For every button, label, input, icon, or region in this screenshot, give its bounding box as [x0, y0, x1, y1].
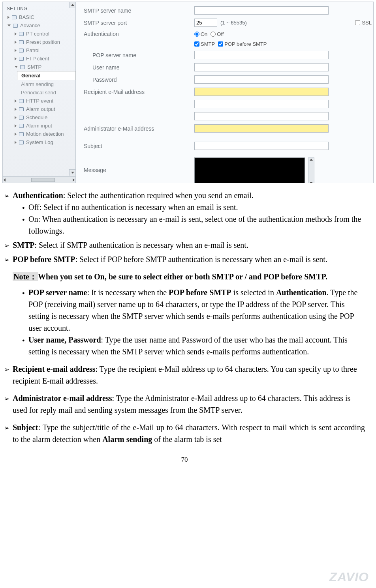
sidebar-label: Alarm input: [26, 123, 52, 129]
on-label: On: [201, 31, 207, 37]
caret-right-icon: [8, 16, 9, 19]
arrow-up-icon: [71, 4, 74, 6]
label-pop-server-name: POP server name: [84, 52, 194, 58]
bullet-admin: Administrator e-mail address: Type the A…: [4, 392, 365, 416]
recipient-input-3[interactable]: [194, 112, 329, 120]
recipient-input-2[interactable]: [194, 100, 329, 108]
sidebar-item-http[interactable]: HTTP event: [5, 97, 75, 105]
note-body: When you set to On, be sure to select ei…: [38, 272, 327, 281]
sidebar-item-preset[interactable]: Preset position: [5, 38, 75, 46]
folder-icon: [19, 99, 24, 103]
auth-off-wrap[interactable]: Off: [211, 31, 224, 37]
bullet-pop-before: POP before SMTP: Select if POP before SM…: [4, 253, 365, 265]
caret-right-icon: [15, 116, 17, 119]
caret-right-icon: [15, 49, 17, 52]
pop-before-label: POP before SMTP: [224, 41, 267, 47]
smtp-checkbox[interactable]: [194, 41, 199, 47]
admin-email-input[interactable]: [194, 124, 329, 133]
folder-icon: [19, 32, 24, 36]
bullet-icon: [22, 201, 28, 213]
scrollbar-thumb[interactable]: [31, 178, 55, 182]
folder-icon: [19, 140, 24, 144]
chevron-right-icon: [4, 363, 13, 387]
message-textarea[interactable]: [194, 157, 305, 183]
password-input[interactable]: [194, 75, 329, 84]
folder-icon: [20, 65, 25, 69]
sidebar-item-pt[interactable]: PT control: [5, 30, 75, 38]
sidebar-label: System Log: [26, 139, 53, 145]
text: : Select the authentication required whe…: [63, 191, 254, 200]
chevron-right-icon: [4, 421, 13, 445]
sidebar-item-syslog[interactable]: System Log: [5, 138, 75, 146]
smtp-port-input[interactable]: [194, 19, 217, 27]
chevron-right-icon: [4, 253, 13, 265]
horizontal-scrollbar[interactable]: [3, 176, 75, 183]
folder-icon: [19, 132, 24, 136]
pop-before-checkbox[interactable]: [218, 41, 223, 47]
sidebar-item-motion[interactable]: Motion detection: [5, 130, 75, 138]
arrow-down-icon: [71, 172, 74, 174]
label-password: Password: [84, 77, 194, 83]
scroll-up-button[interactable]: [69, 2, 75, 8]
caret-right-icon: [15, 57, 17, 60]
arrow-up-icon: [310, 159, 313, 161]
sidebar-item-smtp-periodical[interactable]: Periodical send: [17, 88, 75, 97]
caret-right-icon: [15, 141, 17, 144]
scroll-down-button[interactable]: [69, 169, 75, 176]
note-label: Note：: [13, 272, 38, 281]
smtp-label: SMTP: [201, 41, 215, 47]
subbullet-on: On: When authentication is necessary an …: [4, 213, 365, 237]
subbullet-popserver: POP server name: It is necessary when th…: [4, 287, 365, 334]
pop-before-check-wrap[interactable]: POP before SMTP: [218, 41, 267, 47]
auth-on-radio[interactable]: [194, 32, 199, 37]
smtp-check-wrap[interactable]: SMTP: [194, 41, 215, 47]
sidebar-item-basic[interactable]: BASIC: [5, 13, 75, 21]
subject-input[interactable]: [194, 142, 329, 150]
brand-watermark: ZAVIO: [329, 570, 369, 584]
arrow-down-icon: [310, 182, 313, 183]
ssl-checkbox[interactable]: [355, 20, 360, 25]
subbullet-userpass: User name, Password: Type the user name …: [4, 334, 365, 358]
sidebar-item-alarm-out[interactable]: Alarm output: [5, 105, 75, 113]
ssl-checkbox-wrap[interactable]: SSL: [355, 20, 372, 26]
sidebar-item-schedule[interactable]: Schedule: [5, 113, 75, 122]
bullet-icon: [22, 287, 28, 334]
sidebar-item-ftp[interactable]: FTP client: [5, 54, 75, 63]
note-line: Note：When you set to On, be sure to sele…: [4, 271, 365, 283]
arrow-right-icon: [73, 178, 75, 182]
text: of the alarm tab is set: [152, 435, 222, 444]
sidebar-label: General: [21, 73, 40, 79]
sidebar-item-smtp-general[interactable]: General: [17, 71, 76, 80]
term: Administrator e-mail address: [13, 394, 112, 403]
label-authentication: Authentication: [84, 31, 194, 37]
pop-server-name-input[interactable]: [194, 51, 329, 59]
bullet-subject: Subject: Type the subject/title of the e…: [4, 421, 365, 445]
message-scrollbar[interactable]: [308, 157, 314, 183]
bullet-smtp: SMTP: Select if SMTP authentication is n…: [4, 239, 365, 251]
smtp-server-name-input[interactable]: [194, 6, 329, 15]
sidebar-label: Alarm sending: [21, 81, 54, 87]
recipient-input-1[interactable]: [194, 88, 329, 96]
sidebar-label: Advance: [20, 22, 40, 28]
auth-off-radio[interactable]: [211, 32, 216, 37]
term: POP before SMTP: [13, 255, 75, 264]
folder-icon: [12, 15, 17, 19]
sidebar-item-patrol[interactable]: Patrol: [5, 46, 75, 54]
folder-icon: [19, 107, 24, 111]
settings-panel: SETTING BASIC Advance PT control Preset …: [2, 2, 374, 183]
sidebar-item-smtp-alarm[interactable]: Alarm sending: [17, 80, 75, 88]
sidebar: SETTING BASIC Advance PT control Preset …: [3, 2, 76, 183]
folder-icon: [19, 57, 24, 61]
auth-on-wrap[interactable]: On: [194, 31, 207, 37]
sidebar-heading: SETTING: [5, 4, 75, 13]
folder-icon: [19, 124, 24, 128]
chevron-right-icon: [4, 239, 13, 251]
sidebar-item-smtp[interactable]: SMTP: [5, 63, 75, 71]
caret-right-icon: [15, 32, 17, 36]
sidebar-item-alarm-in[interactable]: Alarm input: [5, 122, 75, 130]
user-name-input[interactable]: [194, 63, 329, 71]
arrow-left-icon: [4, 178, 6, 182]
term: Authentication: [13, 191, 63, 200]
text: : Select if POP before SMTP authenticati…: [75, 255, 327, 264]
sidebar-item-advance[interactable]: Advance: [5, 21, 75, 30]
